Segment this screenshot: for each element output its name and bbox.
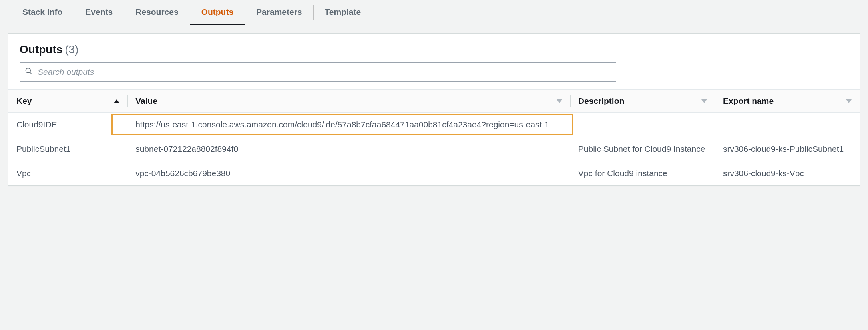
column-header-key[interactable]: Key	[8, 90, 127, 113]
cell-export-name: -	[715, 113, 860, 137]
sort-icon	[701, 99, 707, 103]
column-label: Key	[16, 96, 32, 106]
svg-line-1	[30, 72, 32, 74]
tab-template[interactable]: Template	[314, 0, 372, 25]
outputs-table: Key Value Description	[8, 89, 860, 185]
column-header-value[interactable]: Value	[127, 90, 570, 113]
column-label: Value	[135, 96, 157, 106]
cell-key: Vpc	[8, 161, 127, 186]
cell-value: https://us-east-1.console.aws.amazon.com…	[127, 113, 570, 137]
cell-description: Public Subnet for Cloud9 Instance	[570, 137, 715, 161]
table-row: Vpc vpc-04b5626cb679be380 Vpc for Cloud9…	[8, 161, 860, 186]
search-input[interactable]	[37, 67, 611, 77]
sort-icon	[557, 99, 562, 103]
column-header-description[interactable]: Description	[570, 90, 715, 113]
panel-header: Outputs (3)	[8, 34, 860, 62]
table-row: Cloud9IDE https://us-east-1.console.aws.…	[8, 113, 860, 137]
tab-parameters[interactable]: Parameters	[245, 0, 313, 25]
cell-value: subnet-072122a8802f894f0	[127, 137, 570, 161]
panel-count: (3)	[65, 43, 78, 56]
cell-description: -	[570, 113, 715, 137]
search-icon	[25, 67, 37, 77]
tab-outputs[interactable]: Outputs	[190, 0, 245, 25]
table-row: PublicSubnet1 subnet-072122a8802f894f0 P…	[8, 137, 860, 161]
tabs-bar: Stack info Events Resources Outputs Para…	[8, 0, 860, 25]
sort-icon	[846, 99, 852, 103]
cell-key: Cloud9IDE	[8, 113, 127, 137]
tab-separator	[372, 5, 372, 20]
cell-description: Vpc for Cloud9 instance	[570, 161, 715, 186]
cell-key: PublicSubnet1	[8, 137, 127, 161]
tab-events[interactable]: Events	[74, 0, 124, 25]
tab-resources[interactable]: Resources	[124, 0, 189, 25]
column-header-export-name[interactable]: Export name	[715, 90, 860, 113]
cell-value: vpc-04b5626cb679be380	[127, 161, 570, 186]
column-label: Export name	[723, 96, 774, 106]
cell-export-name: srv306-cloud9-ks-PublicSubnet1	[715, 137, 860, 161]
panel-title: Outputs	[20, 43, 62, 56]
column-label: Description	[578, 96, 625, 106]
search-box[interactable]	[20, 62, 616, 82]
tab-stack-info[interactable]: Stack info	[11, 0, 74, 25]
sort-asc-icon	[114, 99, 119, 103]
outputs-panel: Outputs (3)	[8, 33, 860, 186]
cell-export-name: srv306-cloud9-ks-Vpc	[715, 161, 860, 186]
svg-point-0	[26, 68, 31, 73]
